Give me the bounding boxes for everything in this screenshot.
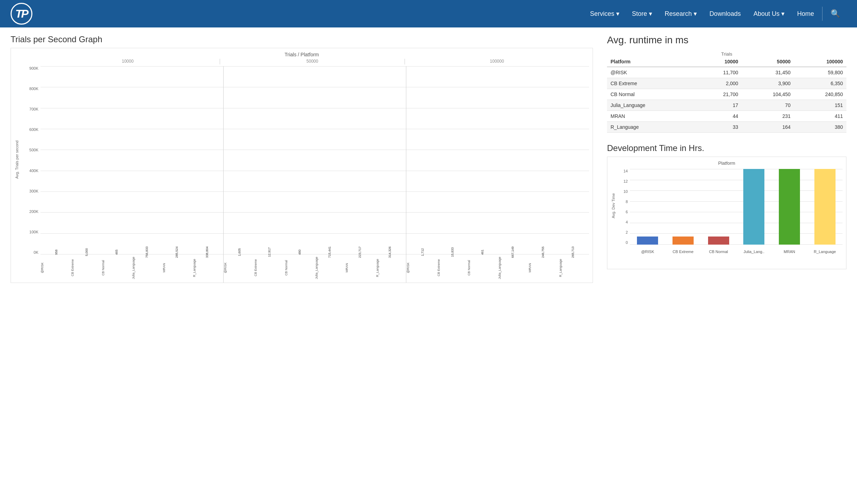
dev-y-label: 4 (616, 220, 630, 224)
x-label: @RISK (224, 254, 254, 283)
table-row: @RISK11,70031,45059,800 (607, 67, 846, 78)
table-cell: 70 (742, 100, 794, 111)
bar-value: 465 (115, 250, 118, 255)
x-label: MRAN (162, 254, 193, 283)
x-group: @RISKCB ExtremeCB NormalJulia_LanguageMR… (40, 254, 224, 283)
chevron-down-icon: ▾ (649, 10, 652, 18)
bar-value: 480 (298, 250, 301, 255)
chart-body: Avg. Trials per second 0K100K200K300K400… (14, 64, 589, 283)
dev-x-label: @RISK (633, 245, 662, 259)
left-title: Trials per Second Graph (11, 34, 593, 44)
y-label: 300K (19, 189, 40, 193)
table-cell: CB Extreme (607, 78, 695, 89)
dev-bar (779, 169, 800, 245)
dev-x-labels: @RISKCB ExtremeCB NormalJulia_Lang..MRAN… (633, 245, 839, 259)
table-cell: 33 (695, 122, 742, 133)
y-axis-title: Avg. Trials per second (15, 140, 19, 179)
table-row: CB Normal21,700104,450240,850 (607, 89, 846, 100)
search-button[interactable]: 🔍 (824, 6, 846, 22)
y-label: 400K (19, 169, 40, 173)
y-label: 200K (19, 209, 40, 214)
navbar: TP Services ▾ Store ▾ Research ▾ Downloa… (0, 0, 857, 27)
bar-wrapper: 756,833 (132, 251, 161, 254)
x-label: Julia_Language (315, 254, 345, 283)
dev-y-label: 2 (616, 230, 630, 234)
dev-x-label: R_Language (811, 245, 839, 259)
nav-item-home[interactable]: Home (791, 7, 820, 21)
x-label: @RISK (406, 254, 437, 283)
logo[interactable]: TP (11, 3, 32, 25)
dev-x-label: Julia_Lang.. (740, 245, 768, 259)
nav-divider (822, 7, 822, 21)
dev-y-label: 14 (616, 169, 630, 173)
bar-wrapper: 246,755 (528, 251, 557, 254)
dev-bar-group (775, 169, 804, 245)
nav-item-services[interactable]: Services ▾ (584, 6, 626, 21)
table-cell: 2,000 (695, 78, 742, 89)
chevron-down-icon: ▾ (616, 10, 619, 18)
dev-bar-group (633, 169, 662, 245)
x-label: CB Normal (101, 254, 132, 283)
group-headers: 10000 50000 100000 (36, 59, 589, 64)
bar-group: 1,60512,917480715,441223,717314,326 (224, 66, 407, 254)
nav-links: Services ▾ Store ▾ Research ▾ Downloads … (584, 6, 846, 22)
nav-item-research[interactable]: Research ▾ (658, 6, 703, 21)
table-cell: 59,800 (794, 67, 846, 78)
table-header-cell: 10000 (695, 57, 742, 67)
y-label: 800K (19, 87, 40, 91)
table-cell: 240,850 (794, 89, 846, 100)
bar-wrapper: 1,605 (225, 251, 254, 254)
bar-wrapper: 667,149 (498, 251, 527, 254)
table-cell: 164 (742, 122, 794, 133)
dev-y-label: 8 (616, 200, 630, 204)
bar-wrapper: 314,326 (375, 251, 405, 254)
dev-y-label: 10 (616, 189, 630, 194)
y-label: 0K (19, 250, 40, 254)
bar-wrapper: 12,917 (255, 251, 284, 254)
dev-y-label: 0 (616, 240, 630, 245)
y-label: 500K (19, 148, 40, 152)
dev-plot: @RISKCB ExtremeCB NormalJulia_Lang..MRAN… (630, 167, 843, 259)
x-label: MRAN (345, 254, 375, 283)
x-group: @RISKCB ExtremeCB NormalJulia_LanguageMR… (406, 254, 589, 283)
dev-y-label: 6 (616, 210, 630, 214)
x-label: MRAN (528, 254, 558, 283)
x-label: CB Extreme (254, 254, 284, 283)
dev-title: Development Time in Hrs. (607, 143, 846, 153)
bar-wrapper: 1,712 (408, 251, 437, 254)
table-cell: 17 (695, 100, 742, 111)
table-row: Julia_Language1770151 (607, 100, 846, 111)
table-header-cell: 50000 (742, 57, 794, 67)
bar-value: 461 (481, 250, 484, 255)
right-panel: Avg. runtime in ms Trials Platform100005… (607, 34, 846, 283)
x-label: R_Language (559, 254, 589, 283)
table-cell: 380 (794, 122, 846, 133)
dev-y-axis: 02468101214 (616, 167, 630, 259)
table-cell: MRAN (607, 111, 695, 122)
main-content: Trials per Second Graph Trials / Platfor… (0, 27, 857, 290)
x-label: R_Language (376, 254, 406, 283)
trials-header: Trials (607, 49, 846, 57)
group-label-50k: 50000 (220, 59, 405, 64)
dev-x-label: CB Normal (704, 245, 733, 259)
dev-bar-group (740, 169, 768, 245)
nav-item-about[interactable]: About Us ▾ (747, 6, 791, 21)
dev-bar-group (669, 169, 698, 245)
table-cell: 3,900 (742, 78, 794, 89)
table-header-cell: 100000 (794, 57, 846, 67)
y-label: 900K (19, 66, 40, 70)
table-cell: R_Language (607, 122, 695, 133)
x-label: CB Extreme (71, 254, 101, 283)
nav-item-downloads[interactable]: Downloads (703, 7, 747, 21)
table-cell: 151 (794, 100, 846, 111)
dev-bars-area (633, 169, 839, 245)
dev-bar (708, 237, 729, 245)
x-labels: @RISKCB ExtremeCB NormalJulia_LanguageMR… (40, 254, 589, 283)
nav-item-store[interactable]: Store ▾ (626, 6, 658, 21)
table-cell: 31,450 (742, 67, 794, 78)
y-axis: 0K100K200K300K400K500K600K700K800K900K (19, 64, 40, 283)
table-cell: @RISK (607, 67, 695, 78)
dev-x-label: CB Extreme (669, 245, 698, 259)
trials-chart: Trials / Platform 10000 50000 100000 Avg… (11, 48, 593, 283)
bars-area: 9585,000465756,833285,524338,8041,60512,… (40, 66, 589, 254)
